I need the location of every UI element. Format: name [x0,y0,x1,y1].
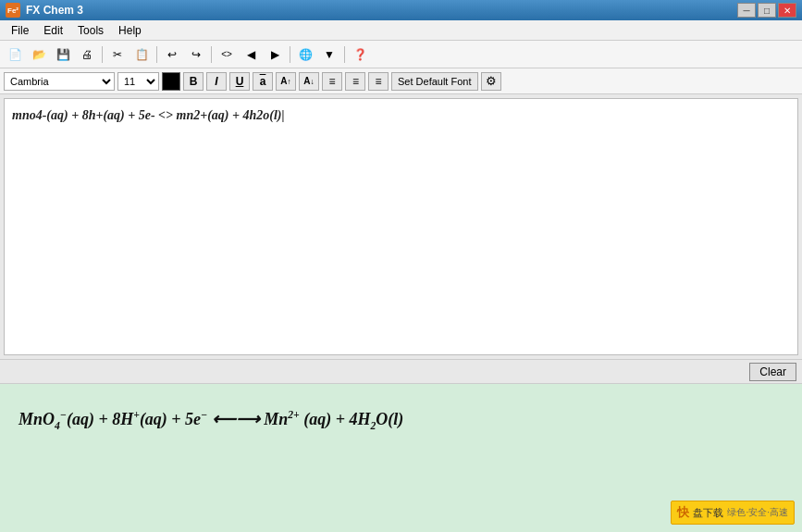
font-select[interactable]: Cambria [4,72,115,91]
help-button[interactable]: ❓ [349,44,371,65]
watermark-text: 盘下载 [693,506,723,520]
app-title: FX Chem 3 [26,4,83,17]
watermark-logo: 快 [677,504,689,521]
settings-button[interactable]: ⚙ [481,72,501,91]
redo-button[interactable]: ↪ [185,44,207,65]
app-icon: Fe² [6,3,20,18]
result-mno4: MnO4−(aq) + 8H+(aq) + 5e− ⟵⟶ Mn2+ (aq) +… [19,402,403,437]
titlebar-controls: ─ □ ✕ [737,3,796,18]
titlebar: Fe² FX Chem 3 ─ □ ✕ [0,0,802,20]
close-button[interactable]: ✕ [778,3,796,18]
separator-3 [211,46,212,63]
watermark: 快 盘下载 绿色·安全·高速 [671,501,795,525]
undo-button[interactable]: ↩ [161,44,183,65]
menu-file[interactable]: File [4,22,36,39]
print-button[interactable]: 🖨 [76,44,98,65]
align-right-button[interactable]: ≡ [368,72,389,91]
underline-button[interactable]: U [229,72,250,91]
editor-text: mno4-(aq) + 8h+(aq) + 5e- <> mn2+(aq) + … [12,108,282,122]
editor-content[interactable]: mno4-(aq) + 8h+(aq) + 5e- <> mn2+(aq) + … [12,106,790,125]
italic-button[interactable]: I [206,72,227,91]
bottom-toolbar: Clear [0,359,802,384]
editor-container: mno4-(aq) + 8h+(aq) + 5e- <> mn2+(aq) + … [0,94,802,359]
cursor [282,108,285,122]
clear-button[interactable]: Clear [749,363,796,381]
web-button[interactable]: 🌐 [294,44,316,65]
align-center-button[interactable]: ≡ [345,72,365,91]
separator-5 [344,46,345,63]
cut-button[interactable]: ✂ [106,44,129,65]
format-toolbar: Cambria 11 B I U a A↑ A↓ ≡ ≡ ≡ Set Defau… [0,68,802,94]
separator-2 [156,46,157,63]
menubar: File Edit Tools Help [0,20,802,41]
watermark-subtext: 绿色·安全·高速 [727,506,788,519]
subscript-button[interactable]: A↓ [299,72,319,91]
editor-area[interactable]: mno4-(aq) + 8h+(aq) + 5e- <> mn2+(aq) + … [4,98,798,355]
separator-4 [290,46,290,63]
menu-help[interactable]: Help [111,22,149,39]
superscript-button[interactable]: A↑ [276,72,296,91]
back-button[interactable]: ◀ [240,44,262,65]
result-wrapper: MnO4−(aq) + 8H+(aq) + 5e− ⟵⟶ Mn2+ (aq) +… [0,384,802,532]
save-button[interactable]: 💾 [52,44,74,65]
size-select[interactable]: 11 [117,72,159,91]
titlebar-left: Fe² FX Chem 3 [6,3,83,18]
main-toolbar: 📄 📂 💾 🖨 ✂ 📋 ↩ ↪ <> ◀ ▶ 🌐 ▼ ❓ [0,41,802,68]
dropdown-button[interactable]: ▼ [318,44,340,65]
align-left-button[interactable]: ≡ [322,72,342,91]
result-formula: MnO4−(aq) + 8H+(aq) + 5e− ⟵⟶ Mn2+ (aq) +… [19,402,403,437]
source-button[interactable]: <> [216,44,238,65]
bold-button[interactable]: B [183,72,204,91]
menu-tools[interactable]: Tools [70,22,111,39]
open-button[interactable]: 📂 [28,44,50,65]
new-button[interactable]: 📄 [4,44,26,65]
overline-button[interactable]: a [253,72,273,91]
forward-button[interactable]: ▶ [264,44,286,65]
maximize-button[interactable]: □ [758,3,776,18]
set-default-font-button[interactable]: Set Default Font [391,72,478,91]
main-content: mno4-(aq) + 8h+(aq) + 5e- <> mn2+(aq) + … [0,94,802,532]
separator-1 [102,46,103,63]
copy-button[interactable]: 📋 [130,44,153,65]
color-picker[interactable] [162,72,180,91]
menu-edit[interactable]: Edit [36,22,70,39]
minimize-button[interactable]: ─ [737,3,756,18]
